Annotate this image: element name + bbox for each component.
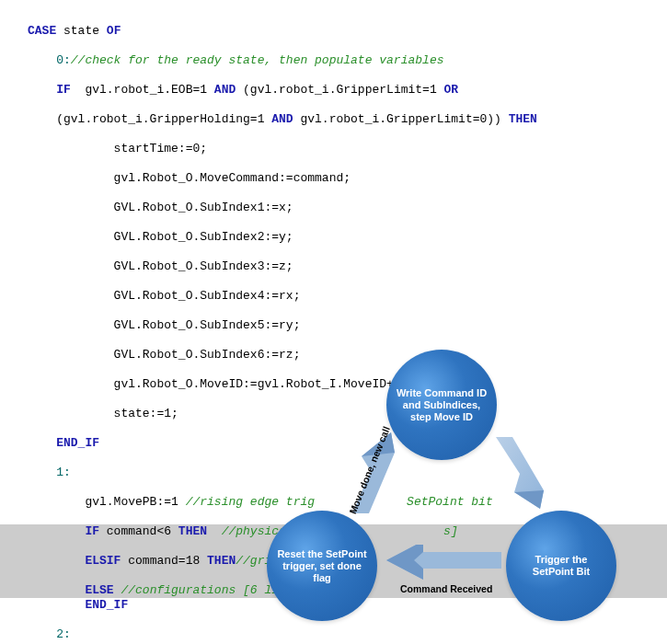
node-trigger-setpoint: Trigger the SetPoint Bit — [506, 511, 616, 621]
case-2: 2: — [28, 627, 71, 641]
node-write-command-label: Write Command ID and SubIndices, step Mo… — [394, 387, 489, 423]
kw-of: OF — [107, 24, 121, 38]
expr-2a: (gvl.robot_i.GripperHolding=1 — [28, 112, 271, 126]
stmt-movecommand: gvl.Robot_O.MoveCommand:=command; — [28, 171, 662, 186]
case-0: 0: — [28, 53, 71, 67]
stmt-sub3: GVL.Robot_O.SubIndex3:=z; — [28, 259, 662, 274]
node-write-command: Write Command ID and SubIndices, step Mo… — [386, 350, 497, 460]
expr-cmd18: command=18 — [121, 554, 207, 568]
kw-then-3: THEN — [207, 554, 236, 568]
node-trigger-setpoint-label: Trigger the SetPoint Bit — [513, 554, 609, 578]
stmt-starttime0: startTime:=0; — [28, 142, 662, 156]
stmt-sub2: GVL.Robot_O.SubIndex2:=y; — [28, 230, 662, 245]
kw-or: OR — [444, 83, 459, 97]
arrow-top-to-right — [492, 437, 547, 511]
expr-2b: gvl.robot_i.GripperLimit=0)) — [293, 112, 509, 126]
kw-and-2: AND — [271, 112, 293, 126]
case-1: 1: — [28, 466, 71, 479]
kw-if-2: IF — [28, 524, 99, 538]
stmt-sub4: GVL.Robot_O.SubIndex4:=rx; — [28, 289, 662, 304]
cmt-ready: //check for the ready state, then popula… — [71, 53, 444, 67]
state-diagram: Write Command ID and SubIndices, step Mo… — [239, 350, 644, 635]
expr-cmd6: command<6 — [99, 524, 178, 538]
stmt-sub5: GVL.Robot_O.SubIndex5:=ry; — [28, 318, 662, 333]
node-reset-setpoint-label: Reset the SetPoint trigger, set done fla… — [274, 548, 370, 584]
kw-then-1: THEN — [509, 112, 537, 126]
kw-if-1: IF — [28, 83, 71, 97]
kw-endif-2: END_IF — [28, 598, 128, 612]
svg-marker-1 — [514, 490, 544, 509]
stmt-movepb1: gvl.MovePB:=1 — [28, 495, 186, 509]
stmt-sub1: GVL.Robot_O.SubIndex1:=x; — [28, 201, 662, 215]
label-command-received: Command Received — [400, 581, 492, 596]
kw-case: CASE — [28, 24, 56, 38]
tok-state: state — [56, 24, 107, 38]
kw-endif-1: END_IF — [28, 436, 99, 450]
kw-and-1: AND — [214, 83, 236, 97]
node-reset-setpoint: Reset the SetPoint trigger, set done fla… — [267, 511, 377, 621]
kw-else: ELSE — [28, 583, 114, 597]
kw-elsif: ELSIF — [28, 554, 121, 568]
expr-1a: gvl.robot_i.EOB=1 — [71, 83, 214, 97]
expr-1b: (gvl.robot_i.GripperLimit=1 — [236, 83, 443, 97]
arrow-right-to-left — [386, 545, 501, 581]
kw-then-2: THEN — [178, 524, 207, 538]
